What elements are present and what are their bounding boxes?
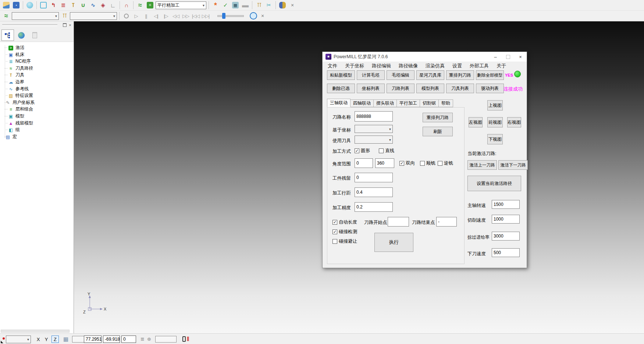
block-icon[interactable] xyxy=(39,1,48,10)
tree-item-patterns[interactable]: ∿参考线 xyxy=(0,86,29,92)
panel-float-icon[interactable] xyxy=(62,22,67,27)
tools-pair-icon[interactable]: ⊺⊺ xyxy=(255,1,263,10)
leads-links-icon[interactable]: ∩ xyxy=(122,1,131,10)
checkbox-box[interactable]: ✓ xyxy=(332,229,337,234)
spindle-input[interactable] xyxy=(492,200,520,209)
execute-button[interactable]: 执行 xyxy=(374,233,413,252)
simulate-icon[interactable]: ✓ xyxy=(221,1,230,10)
view-front-button[interactable]: 前视图 xyxy=(487,117,503,127)
toolpath-name-input[interactable] xyxy=(355,111,393,122)
z-axis-button[interactable]: Z xyxy=(51,336,59,343)
sim-toolpath-combobox[interactable]: ▾ xyxy=(12,12,59,20)
checkbox-line[interactable]: 直线 xyxy=(379,148,394,154)
tab-explorer-recycle[interactable] xyxy=(29,30,40,41)
menu-about[interactable]: 关于 xyxy=(497,63,506,69)
cylinders-icon[interactable] xyxy=(278,1,287,10)
tab-saw[interactable]: 切割锯 xyxy=(420,99,439,107)
tab-3axis[interactable]: 三轴联动 xyxy=(327,99,351,107)
activate-prev-button[interactable]: 激活上一刀路 xyxy=(467,160,497,170)
handset-icon[interactable] xyxy=(182,336,186,342)
view-bottom-button[interactable]: 下视图 xyxy=(487,134,503,144)
tree-item-models[interactable]: ▣模型 xyxy=(0,113,24,119)
checkbox-box[interactable]: ✓ xyxy=(399,161,404,166)
tab-explorer-web[interactable] xyxy=(15,30,27,41)
verify-icon[interactable]: * xyxy=(211,1,220,10)
clock-icon[interactable] xyxy=(250,12,257,20)
checkbox-collision-check[interactable]: ✓碰撞检测 xyxy=(332,229,357,235)
toolpath-ribbon-icon[interactable]: ≈ xyxy=(2,11,11,20)
coord-z-field[interactable]: 0 xyxy=(121,336,136,343)
tree-item-macros[interactable]: +▤宏 xyxy=(0,134,17,140)
close-button[interactable]: × xyxy=(514,52,527,62)
boundary-icon[interactable]: ∪ xyxy=(79,1,88,10)
grid-toggle-icon[interactable]: ▦ xyxy=(62,336,70,343)
menu-render-sim[interactable]: 渲染仿真 xyxy=(426,63,445,69)
speed-slider-handle[interactable] xyxy=(222,13,225,19)
paste-new-model-button[interactable]: 粘贴新模型 xyxy=(327,70,355,80)
go-end-icon[interactable]: ▷▷| xyxy=(201,13,210,19)
maximize-button[interactable] xyxy=(502,52,514,62)
tool-icon[interactable]: ⊺ xyxy=(69,1,78,10)
speed-slider[interactable] xyxy=(217,15,244,17)
tree-item-activate[interactable]: >激活 xyxy=(0,45,24,51)
toolpath-list-button[interactable]: 刀路列表 xyxy=(387,84,414,93)
plunge-input[interactable] xyxy=(492,248,520,257)
featureset-icon[interactable]: ◈ xyxy=(99,1,107,10)
go-start-icon[interactable]: |◁◁ xyxy=(191,13,200,19)
rearrange-button[interactable]: 重排列刀路 xyxy=(423,113,453,122)
menu-external-tools[interactable]: 外部工具 xyxy=(470,63,489,69)
coord-x-field[interactable]: 77.2951 xyxy=(84,336,102,343)
tool-list-button[interactable]: 刀具列表 xyxy=(446,84,474,93)
tree-item-nc-program[interactable]: ≣NC程序 xyxy=(0,58,31,64)
based-coord-dropdown[interactable]: ▾ xyxy=(355,125,393,133)
step-back-icon[interactable]: ◁| xyxy=(152,13,160,19)
panel-gripper[interactable] xyxy=(2,24,57,26)
workplane-icon[interactable]: ∟ xyxy=(108,1,117,10)
tab-tilt-head[interactable]: 摆头联动 xyxy=(374,99,397,107)
tree-scrollbar[interactable] xyxy=(1,330,70,333)
strategy-list-icon[interactable]: ≡ xyxy=(146,1,154,10)
search-back-icon[interactable]: ◁◁ xyxy=(171,13,180,19)
checkbox-box[interactable] xyxy=(438,161,442,166)
tool-library-button[interactable]: 星河刀具库 xyxy=(416,70,444,80)
tree-item-feature-sets[interactable]: ▧特征设置 xyxy=(0,92,33,99)
status-field-blank2[interactable] xyxy=(155,336,177,343)
panel-close-icon[interactable]: × xyxy=(68,22,72,27)
play-icon[interactable]: ▷ xyxy=(132,13,140,19)
pause-icon[interactable]: || xyxy=(142,13,150,19)
tab-explorer-tree[interactable] xyxy=(1,29,14,41)
cut-icon[interactable]: ✂ xyxy=(264,1,273,10)
corner-grip[interactable] xyxy=(1,341,3,343)
coord-y-field[interactable]: -69.918 xyxy=(103,336,120,343)
menu-path-edit[interactable]: 路径编辑 xyxy=(372,63,391,69)
end-point-input[interactable] xyxy=(436,217,457,227)
checkbox-box[interactable] xyxy=(332,239,337,244)
checkbox-climb[interactable]: 顺铣 xyxy=(420,160,435,166)
open-project-icon[interactable] xyxy=(2,1,11,10)
sim-toolbar-close-icon[interactable]: × xyxy=(258,11,267,20)
checkbox-circle[interactable]: ✓圆形 xyxy=(355,148,370,154)
stepover-input[interactable] xyxy=(355,187,393,197)
checkbox-box[interactable]: ✓ xyxy=(332,220,337,225)
cutting-input[interactable] xyxy=(492,215,520,224)
coords-list-icon[interactable]: ≣ xyxy=(140,336,145,342)
view-right-button[interactable]: 右视图 xyxy=(507,117,521,127)
angle-end-input[interactable] xyxy=(375,158,394,168)
delete-all-models-button[interactable]: 删除全部模型 xyxy=(476,70,504,80)
menu-settings[interactable]: 设置 xyxy=(452,63,462,69)
stock-input[interactable] xyxy=(355,173,393,182)
print-icon[interactable] xyxy=(25,1,34,10)
delete-selected-button[interactable]: 删除已选 xyxy=(327,84,355,93)
checkbox-box[interactable] xyxy=(379,148,384,153)
search-forward-icon[interactable]: ▷▷ xyxy=(181,13,190,19)
nc-program-icon[interactable]: ≣ xyxy=(59,1,68,10)
sim-tool-icon[interactable]: ⊺⊺ xyxy=(60,11,69,20)
checkbox-box[interactable] xyxy=(420,161,425,166)
menu-file[interactable]: 文件 xyxy=(328,63,337,69)
pattern-icon[interactable]: ∿ xyxy=(89,1,97,10)
activate-next-button[interactable]: 激活下一刀路 xyxy=(498,160,528,170)
angle-start-input[interactable] xyxy=(355,158,373,168)
save-project-icon[interactable]: ▪ xyxy=(12,1,21,10)
toolbar-close-icon[interactable]: × xyxy=(288,1,297,10)
menu-path-mirror[interactable]: 路径镜像 xyxy=(399,63,418,69)
